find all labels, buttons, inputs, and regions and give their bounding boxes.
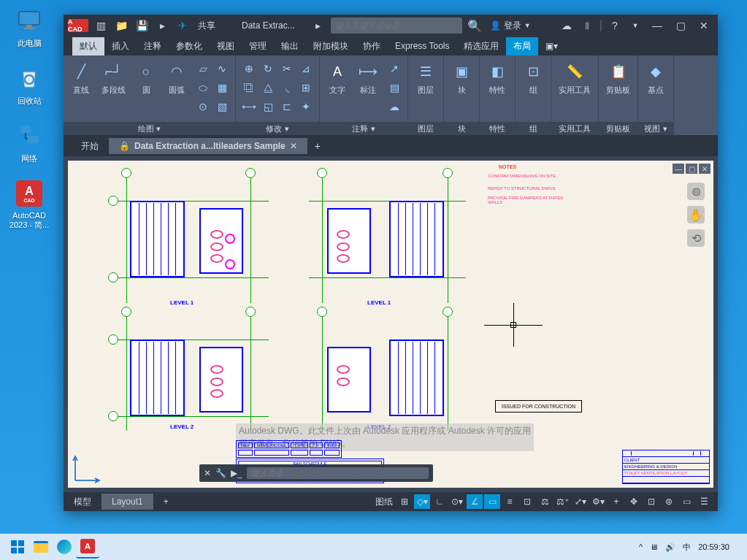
tool-point[interactable]: ⊙ <box>194 98 212 115</box>
app-switcher-icon[interactable]: ⫴ <box>579 18 595 34</box>
status-clean-icon[interactable]: ▭ <box>678 494 694 509</box>
tab-collab[interactable]: 协作 <box>356 37 388 55</box>
group-clip-label[interactable]: 剪贴板 <box>599 122 637 135</box>
tool-spline[interactable]: ∿ <box>213 60 231 77</box>
tab-focus-icon[interactable]: ▣▾ <box>538 38 565 54</box>
tool-scale[interactable]: ◱ <box>259 98 277 115</box>
doc-tab-active[interactable]: 🔒 Data Extraction a...ltileaders Sample … <box>109 138 307 154</box>
tab-manage[interactable]: 管理 <box>242 37 274 55</box>
tool-leader[interactable]: ↗ <box>386 60 403 77</box>
group-block-label[interactable]: 块 <box>444 122 479 135</box>
status-otrack-icon[interactable]: ▭ <box>484 494 500 509</box>
group-layer-label[interactable]: 图层 <box>408 122 443 135</box>
tool-arc[interactable]: ◠圆弧 <box>162 58 191 99</box>
group-util-label[interactable]: 实用工具 <box>551 122 598 135</box>
tray-chevron-icon[interactable]: ^ <box>639 542 643 551</box>
tool-dimension[interactable]: ⟼标注 <box>353 58 383 99</box>
start-button[interactable] <box>6 535 29 559</box>
tab-parametric[interactable]: 参数化 <box>169 37 210 55</box>
login-button[interactable]: 👤登录▼ <box>490 20 531 32</box>
tab-featured[interactable]: 精选应用 <box>456 37 506 55</box>
status-ui-icon[interactable]: ✥ <box>626 494 642 509</box>
tool-extend[interactable]: ⊿ <box>297 60 315 77</box>
qat-more-icon[interactable]: ▸ <box>154 18 170 34</box>
status-sel-icon[interactable]: ⊡ <box>519 494 535 509</box>
status-scale-icon[interactable]: ⤢▾ <box>572 494 589 509</box>
title-dropdown-icon[interactable]: ▸ <box>310 18 326 34</box>
tool-hatch[interactable]: ▦ <box>213 79 231 96</box>
tab-layout1[interactable]: Layout1 <box>101 494 153 510</box>
status-hw-icon[interactable]: ⊚ <box>661 494 677 509</box>
vp-minimize-icon[interactable]: — <box>673 164 684 174</box>
new-tab-button[interactable]: + <box>307 137 328 155</box>
status-menu-icon[interactable]: ☰ <box>696 494 712 509</box>
command-input[interactable] <box>247 467 429 479</box>
tool-fillet[interactable]: ◟ <box>278 79 296 96</box>
tab-insert[interactable]: 插入 <box>104 37 137 55</box>
tool-rect[interactable]: ▱ <box>194 60 212 77</box>
tool-group[interactable]: ⊡组 <box>518 58 548 99</box>
tab-addins[interactable]: 附加模块 <box>306 37 356 55</box>
tool-region[interactable]: ▧ <box>213 98 231 115</box>
tool-block[interactable]: ▣块 <box>447 58 476 99</box>
taskbar-explorer[interactable] <box>29 535 53 559</box>
layout-viewport[interactable]: — ▢ ✕ ⊚ ✋ ⟲ <box>68 161 713 488</box>
group-props-label[interactable]: 特性 <box>480 122 515 135</box>
tab-default[interactable]: 默认 <box>72 37 104 55</box>
status-polar-icon[interactable]: ⊙▾ <box>449 494 465 509</box>
group-view-label[interactable]: 视图 ▾ <box>638 122 673 135</box>
tool-offset[interactable]: ⊏ <box>278 98 296 115</box>
desktop-network[interactable]: 网络 <box>0 121 58 164</box>
tab-layout[interactable]: 布局 <box>506 37 538 55</box>
help-dropdown-icon[interactable]: ▼ <box>627 18 643 34</box>
save-icon[interactable]: 💾 <box>134 18 150 34</box>
cmd-config-icon[interactable]: 🔧 <box>215 468 226 478</box>
group-draw-label[interactable]: 绘图 ▾ <box>64 122 235 135</box>
help-icon[interactable]: ? <box>607 18 623 34</box>
nav-wheel-icon[interactable]: ⊚ <box>687 183 705 200</box>
share-icon[interactable]: ✈ <box>175 18 191 34</box>
tool-cloud[interactable]: ☁ <box>386 98 403 115</box>
tool-clipboard[interactable]: 📋剪贴板 <box>602 58 635 99</box>
tool-basepoint[interactable]: ◆基点 <box>641 58 670 99</box>
tool-stretch[interactable]: ⟷ <box>240 98 258 115</box>
status-lineweight-icon[interactable]: ≡ <box>502 494 518 509</box>
tray-volume-icon[interactable]: 🔊 <box>665 542 675 552</box>
status-snap-icon[interactable]: ◇▾ <box>414 494 430 509</box>
taskbar-autocad[interactable]: A <box>76 535 99 559</box>
add-layout-button[interactable]: + <box>153 494 179 510</box>
maximize-button[interactable]: ▢ <box>671 18 690 34</box>
status-gear-icon[interactable]: ⚙▾ <box>590 494 607 509</box>
tool-trim[interactable]: ✂ <box>278 60 296 77</box>
tool-circle[interactable]: ○圆 <box>131 58 161 99</box>
tab-express[interactable]: Express Tools <box>388 38 456 54</box>
tool-explode[interactable]: ✦ <box>297 98 315 115</box>
close-tab-icon[interactable]: ✕ <box>290 141 297 151</box>
group-modify-label[interactable]: 修改 ▾ <box>236 122 319 135</box>
desktop-this-pc[interactable]: 此电脑 <box>0 6 58 49</box>
tool-ellipse[interactable]: ⬭ <box>194 79 212 96</box>
search-box[interactable] <box>331 18 462 34</box>
status-annovis-icon[interactable]: ⚖⁺ <box>554 494 571 509</box>
tool-layers[interactable]: ☰图层 <box>411 58 440 99</box>
group-group-label[interactable]: 组 <box>516 122 551 135</box>
share-button[interactable]: 共享 <box>198 20 215 32</box>
tool-text[interactable]: A文字 <box>323 58 352 99</box>
tray-clock[interactable]: 20:59:30 <box>698 542 729 551</box>
tool-mirror[interactable]: ⧋ <box>259 79 277 96</box>
search-input[interactable] <box>335 21 458 30</box>
tool-copy[interactable]: ⿻ <box>240 79 258 96</box>
nav-pan-icon[interactable]: ✋ <box>687 206 705 223</box>
group-annot-label[interactable]: 注释 ▾ <box>320 122 407 135</box>
nav-orbit-icon[interactable]: ⟲ <box>687 229 705 247</box>
tray-ime[interactable]: 中 <box>683 542 691 553</box>
app-logo[interactable]: A CAD <box>68 19 88 32</box>
status-ortho-icon[interactable]: ∟ <box>432 494 448 509</box>
tool-move[interactable]: ⊕ <box>240 60 258 77</box>
tray-network-icon[interactable]: 🖥 <box>650 542 658 551</box>
vp-close-icon[interactable]: ✕ <box>699 164 710 174</box>
tool-rotate[interactable]: ↻ <box>259 60 277 77</box>
status-osnap-icon[interactable]: ∠ <box>467 494 483 509</box>
taskbar-edge[interactable] <box>53 535 76 559</box>
tab-output[interactable]: 输出 <box>274 37 306 55</box>
